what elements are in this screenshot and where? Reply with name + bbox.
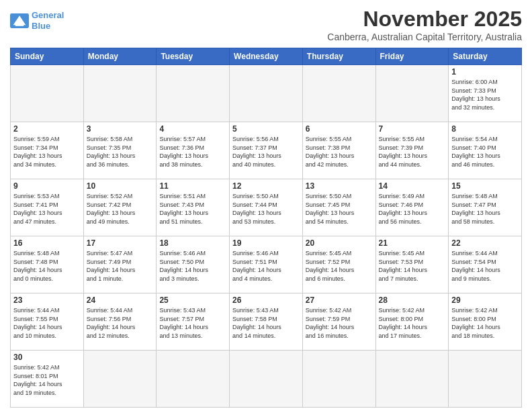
day-number: 15 [451,181,519,191]
calendar-week-row: 2Sunrise: 5:59 AM Sunset: 7:34 PM Daylig… [11,122,522,179]
day-number: 24 [87,295,154,305]
calendar-day-cell: 9Sunrise: 5:53 AM Sunset: 7:41 PM Daylig… [11,179,84,236]
calendar-day-cell: 30Sunrise: 5:42 AM Sunset: 8:01 PM Dayli… [11,351,84,408]
day-number: 14 [379,181,446,191]
day-number: 10 [87,181,154,191]
day-info: Sunrise: 5:55 AM Sunset: 7:38 PM Dayligh… [306,135,373,169]
calendar-day-cell: 3Sunrise: 5:58 AM Sunset: 7:35 PM Daylig… [83,122,157,179]
logo-general: General [32,10,64,20]
page: General Blue November 2025 Canberra, Aus… [0,0,532,411]
day-number: 16 [13,238,81,248]
calendar-day-header: Monday [83,48,157,65]
calendar-day-header: Sunday [11,48,84,65]
calendar-day-cell: 19Sunrise: 5:46 AM Sunset: 7:51 PM Dayli… [230,236,303,293]
main-title: November 2025 [327,7,522,32]
calendar-header-row: SundayMondayTuesdayWednesdayThursdayFrid… [11,48,522,65]
calendar-day-header: Wednesday [230,48,303,65]
calendar-day-cell: 10Sunrise: 5:52 AM Sunset: 7:42 PM Dayli… [83,179,157,236]
day-number: 8 [451,124,519,134]
day-number: 26 [232,295,300,305]
calendar-week-row: 30Sunrise: 5:42 AM Sunset: 8:01 PM Dayli… [11,351,522,408]
day-info: Sunrise: 5:52 AM Sunset: 7:42 PM Dayligh… [87,192,154,226]
day-info: Sunrise: 5:49 AM Sunset: 7:46 PM Dayligh… [379,192,446,226]
calendar-day-cell [157,351,230,408]
calendar-day-cell: 12Sunrise: 5:50 AM Sunset: 7:44 PM Dayli… [230,179,303,236]
day-info: Sunrise: 5:47 AM Sunset: 7:49 PM Dayligh… [87,249,154,283]
day-number: 17 [87,238,154,248]
calendar-day-cell: 1Sunrise: 6:00 AM Sunset: 7:33 PM Daylig… [449,65,522,122]
calendar-day-cell: 17Sunrise: 5:47 AM Sunset: 7:49 PM Dayli… [83,236,157,293]
calendar-day-cell: 2Sunrise: 5:59 AM Sunset: 7:34 PM Daylig… [11,122,84,179]
day-number: 3 [87,124,154,134]
day-number: 2 [13,124,81,134]
day-number: 23 [13,295,81,305]
day-number: 13 [306,181,373,191]
calendar-day-cell: 21Sunrise: 5:45 AM Sunset: 7:53 PM Dayli… [375,236,449,293]
day-info: Sunrise: 5:46 AM Sunset: 7:51 PM Dayligh… [232,249,300,283]
calendar-day-cell: 16Sunrise: 5:48 AM Sunset: 7:48 PM Dayli… [11,236,84,293]
day-number: 5 [232,124,300,134]
subtitle: Canberra, Australian Capital Territory, … [327,32,522,42]
calendar-day-cell [302,65,375,122]
logo-blue: Blue [32,21,50,31]
calendar-day-cell [157,65,230,122]
day-info: Sunrise: 5:42 AM Sunset: 8:00 PM Dayligh… [451,306,519,340]
calendar-day-cell [230,65,303,122]
day-number: 21 [379,238,446,248]
calendar-week-row: 23Sunrise: 5:44 AM Sunset: 7:55 PM Dayli… [11,293,522,351]
calendar-day-cell: 29Sunrise: 5:42 AM Sunset: 8:00 PM Dayli… [449,293,522,351]
svg-rect-2 [15,21,24,26]
day-info: Sunrise: 5:45 AM Sunset: 7:52 PM Dayligh… [306,249,373,283]
calendar-day-cell [83,65,157,122]
day-number: 1 [451,67,519,77]
day-info: Sunrise: 5:50 AM Sunset: 7:45 PM Dayligh… [306,192,373,226]
calendar-week-row: 1Sunrise: 6:00 AM Sunset: 7:33 PM Daylig… [11,65,522,122]
calendar-day-cell: 22Sunrise: 5:44 AM Sunset: 7:54 PM Dayli… [449,236,522,293]
calendar-day-cell: 26Sunrise: 5:43 AM Sunset: 7:58 PM Dayli… [230,293,303,351]
day-info: Sunrise: 5:54 AM Sunset: 7:40 PM Dayligh… [451,135,519,169]
day-info: Sunrise: 5:56 AM Sunset: 7:37 PM Dayligh… [232,135,300,169]
day-info: Sunrise: 5:43 AM Sunset: 7:57 PM Dayligh… [159,306,226,340]
calendar-day-cell: 5Sunrise: 5:56 AM Sunset: 7:37 PM Daylig… [230,122,303,179]
day-number: 6 [306,124,373,134]
day-number: 19 [232,238,300,248]
day-info: Sunrise: 5:42 AM Sunset: 8:00 PM Dayligh… [379,306,446,340]
day-info: Sunrise: 5:59 AM Sunset: 7:34 PM Dayligh… [13,135,81,169]
day-number: 12 [232,181,300,191]
calendar-day-cell [302,351,375,408]
day-info: Sunrise: 5:46 AM Sunset: 7:50 PM Dayligh… [159,249,226,283]
calendar-day-cell: 15Sunrise: 5:48 AM Sunset: 7:47 PM Dayli… [449,179,522,236]
calendar-day-cell: 25Sunrise: 5:43 AM Sunset: 7:57 PM Dayli… [157,293,230,351]
calendar-day-cell: 14Sunrise: 5:49 AM Sunset: 7:46 PM Dayli… [375,179,449,236]
calendar-day-cell [11,65,84,122]
day-number: 28 [379,295,446,305]
calendar-day-cell [375,65,449,122]
calendar-day-cell [83,351,157,408]
calendar-week-row: 9Sunrise: 5:53 AM Sunset: 7:41 PM Daylig… [11,179,522,236]
day-info: Sunrise: 5:43 AM Sunset: 7:58 PM Dayligh… [232,306,300,340]
calendar-day-cell: 28Sunrise: 5:42 AM Sunset: 8:00 PM Dayli… [375,293,449,351]
day-info: Sunrise: 5:42 AM Sunset: 7:59 PM Dayligh… [306,306,373,340]
day-info: Sunrise: 5:51 AM Sunset: 7:43 PM Dayligh… [159,192,226,226]
day-number: 18 [159,238,226,248]
calendar-day-cell [375,351,449,408]
day-number: 29 [451,295,519,305]
calendar-day-cell: 8Sunrise: 5:54 AM Sunset: 7:40 PM Daylig… [449,122,522,179]
day-info: Sunrise: 5:55 AM Sunset: 7:39 PM Dayligh… [379,135,446,169]
day-number: 20 [306,238,373,248]
calendar-day-cell: 18Sunrise: 5:46 AM Sunset: 7:50 PM Dayli… [157,236,230,293]
day-number: 30 [13,353,81,362]
day-info: Sunrise: 5:58 AM Sunset: 7:35 PM Dayligh… [87,135,154,169]
day-info: Sunrise: 5:44 AM Sunset: 7:56 PM Dayligh… [87,306,154,340]
calendar: SundayMondayTuesdayWednesdayThursdayFrid… [10,48,522,408]
calendar-day-header: Saturday [449,48,522,65]
calendar-day-header: Friday [375,48,449,65]
calendar-day-cell [449,351,522,408]
calendar-day-cell: 27Sunrise: 5:42 AM Sunset: 7:59 PM Dayli… [302,293,375,351]
day-number: 22 [451,238,519,248]
calendar-day-cell: 13Sunrise: 5:50 AM Sunset: 7:45 PM Dayli… [302,179,375,236]
day-number: 9 [13,181,81,191]
day-info: Sunrise: 5:42 AM Sunset: 8:01 PM Dayligh… [13,363,81,397]
title-block: November 2025 Canberra, Australian Capit… [327,7,522,42]
day-number: 11 [159,181,226,191]
